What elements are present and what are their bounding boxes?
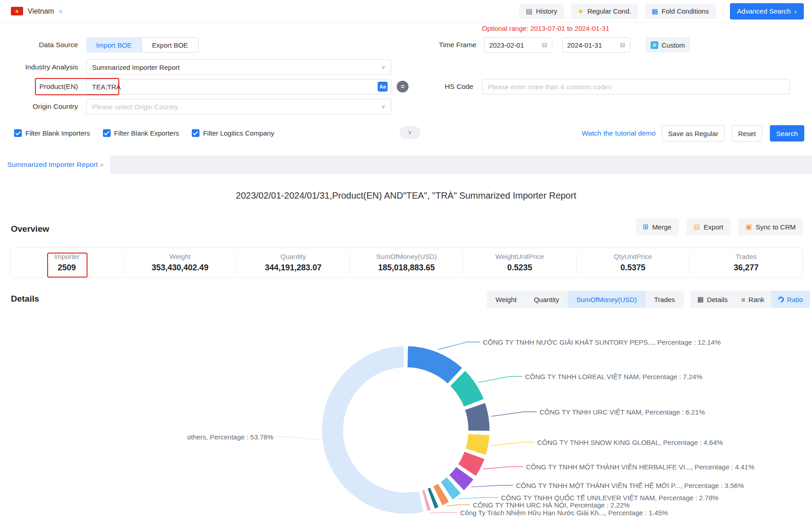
origin-country-label: Origin Country [0, 99, 78, 114]
export-icon: ▤ [694, 223, 700, 231]
import-boe-tab[interactable]: Import BOE [86, 37, 141, 53]
pie-label-line [276, 437, 320, 440]
product-en-label: Product(EN) [0, 79, 78, 94]
merge-icon: ⊞ [643, 223, 649, 231]
view-toggle-group: ▦ Details ≡ Rank Ratio [690, 291, 810, 308]
sync-icon: ▣ [745, 223, 752, 231]
industry-analysis-select[interactable]: Summarized Importer Report ∨ [86, 59, 391, 75]
collapse-form-button[interactable]: ∨ [399, 126, 420, 139]
checkbox-checked-icon [14, 129, 22, 137]
date-end-input[interactable]: 2024-01-31 ⊟ [562, 37, 630, 53]
tab-summarized-importer-report[interactable]: Summarized Importer Report × [0, 156, 110, 174]
fold-conditions-button[interactable]: ▦ Fold Conditions [645, 4, 715, 19]
pie-label: CÔNG TY TNHH URC VIỆT NAM, Percentage : … [540, 408, 705, 416]
pie-slice[interactable] [321, 346, 424, 514]
country-selector[interactable]: ★ Vietnam ∨ [11, 7, 63, 15]
pie-label-line [458, 498, 498, 499]
result-tabstrip: Summarized Importer Report × [0, 156, 812, 174]
trade-data-app: ★ Vietnam ∨ ▤ History ★ Regular Cond. ▦ … [0, 0, 812, 527]
header-actions: ▤ History ★ Regular Cond. ▦ Fold Conditi… [519, 3, 804, 20]
table-icon: ▦ [697, 295, 704, 303]
data-source-label: Data Source [0, 37, 78, 53]
filter-blank-importers-checkbox[interactable]: Filter Blank Importers [14, 129, 90, 137]
chevron-down-icon: ∨ [408, 129, 412, 136]
metric-tab-trades[interactable]: Trades [646, 291, 684, 308]
hs-code-label: HS Code [399, 79, 473, 94]
optional-range-note: Optional range: 2013-07-01 to 2024-01-31 [482, 24, 609, 32]
pie-label-line [483, 467, 523, 469]
pie-label: CÔNG TY TNHH NƯỚC GIẢI KHÁT SUNTORY PEPS… [483, 338, 721, 346]
search-form: Optional range: 2013-07-01 to 2024-01-31… [0, 23, 812, 156]
view-tab-ratio[interactable]: Ratio [771, 291, 810, 308]
tutorial-demo-link[interactable]: Watch the tutorial demo [582, 126, 656, 141]
time-frame-label: Time Frame [399, 37, 477, 53]
pie-label: CÔNG TY TNHH URC HÀ NỘI, Percentage : 2.… [473, 501, 630, 509]
history-button[interactable]: ▤ History [519, 4, 564, 19]
custom-icon: ⊕ [651, 41, 658, 49]
merge-button[interactable]: ⊞ Merge [636, 218, 679, 235]
data-source-toggle: Import BOE Export BOE [86, 37, 199, 53]
stat-trades: Trades 36,277 [690, 253, 802, 273]
export-boe-tab[interactable]: Export BOE [141, 37, 198, 53]
pie-label-line [471, 485, 513, 487]
view-tab-details[interactable]: ▦ Details [690, 291, 734, 308]
details-heading: Details [11, 294, 39, 304]
overview-stats-card: Importer 2509 Weight 353,430,402.49 Quan… [10, 248, 803, 278]
translate-icon[interactable]: Aa [378, 82, 388, 92]
metric-tab-quantity[interactable]: Quantity [525, 291, 568, 308]
metric-toggle-group: Weight Quantity SumOfMoney(USD) Trades [487, 291, 684, 308]
reset-button[interactable]: Reset [732, 125, 762, 142]
stat-sum-of-money: SumOfMoney(USD) 185,018,883.65 [350, 253, 463, 273]
ratio-donut-icon [777, 295, 785, 303]
filter-checkbox-row: Filter Blank Importers Filter Blank Expo… [14, 126, 274, 140]
pie-label: Công Ty Trách Nhiệm Hữu Hạn Nước Giải Kh… [460, 509, 668, 517]
regular-cond-button[interactable]: ★ Regular Cond. [571, 4, 638, 19]
checkbox-checked-icon [192, 129, 199, 137]
view-tab-rank[interactable]: ≡ Rank [734, 291, 771, 308]
pie-label: CÔNG TY TNHH MỘT THÀNH VIÊN THẾ HỆ MỚI P… [516, 482, 744, 489]
pie-label: others, Percentage : 53.78% [187, 433, 273, 441]
close-icon[interactable]: × [100, 161, 104, 169]
top-header: ★ Vietnam ∨ ▤ History ★ Regular Cond. ▦ … [0, 0, 812, 23]
metric-tab-sum-of-money[interactable]: SumOfMoney(USD) [568, 291, 645, 308]
advanced-search-button[interactable]: Advanced Search › [730, 3, 804, 20]
pie-label: CÔNG TY TNHH QUỐC TẾ UNILEVER VIỆT NAM, … [501, 494, 719, 502]
pie-slice[interactable] [464, 402, 490, 431]
overview-toolbar: ⊞ Merge ▤ Export ▣ Sync to CRM [636, 218, 803, 235]
pie-label-line [491, 442, 535, 446]
export-button[interactable]: ▤ Export [686, 218, 731, 235]
hs-code-input[interactable]: Please enter more than 4 customs codes [482, 79, 790, 94]
save-as-regular-button[interactable]: Save as Regular [662, 125, 724, 142]
arrow-right-icon: › [794, 7, 797, 15]
overview-heading: Overview [11, 224, 49, 234]
importer-ratio-donut-chart: CÔNG TY TNHH NƯỚC GIẢI KHÁT SUNTORY PEPS… [0, 313, 812, 527]
search-button[interactable]: Search [770, 125, 804, 142]
checkbox-checked-icon [103, 129, 111, 137]
stat-weight-unit-price: WeightUnitPrice 0.5235 [463, 253, 577, 273]
date-start-input[interactable]: 2023-02-01 ⊟ [484, 37, 552, 53]
filter-logistics-checkbox[interactable]: Filter Logitics Company [192, 129, 274, 137]
product-en-input[interactable]: TEA;TRÀ [86, 79, 391, 94]
vietnam-flag-icon: ★ [11, 7, 23, 15]
stat-weight: Weight 353,430,402.49 [124, 253, 237, 273]
pie-label: CÔNG TY TNHH LOREAL VIỆT NAM, Percentage… [525, 373, 702, 381]
calendar-icon: ⊟ [542, 41, 547, 49]
stat-importer: Importer 2509 [10, 253, 124, 273]
pie-label-line [491, 412, 537, 416]
metric-tab-weight[interactable]: Weight [487, 291, 525, 308]
star-icon: ★ [578, 7, 583, 15]
filter-blank-exporters-checkbox[interactable]: Filter Blank Exporters [103, 129, 179, 137]
origin-country-select[interactable]: Please select Origin Country ∨ [86, 99, 391, 114]
pie-slice[interactable] [407, 346, 463, 384]
pie-label-line [430, 512, 457, 513]
industry-analysis-label: Industry Analysis [0, 59, 78, 75]
pie-label: CÔNG TY TNHH SNOW KING GLOBAL, Percentag… [537, 439, 723, 446]
sync-to-crm-button[interactable]: ▣ Sync to CRM [738, 218, 803, 235]
calendar-icon: ⊟ [620, 41, 625, 49]
chevron-down-icon: ∨ [381, 64, 385, 70]
pie-label-line [478, 376, 522, 382]
history-icon: ▤ [526, 7, 532, 15]
custom-range-button[interactable]: ⊕ Custom [646, 37, 690, 53]
country-name: Vietnam [28, 7, 54, 15]
header-divider [723, 6, 723, 17]
